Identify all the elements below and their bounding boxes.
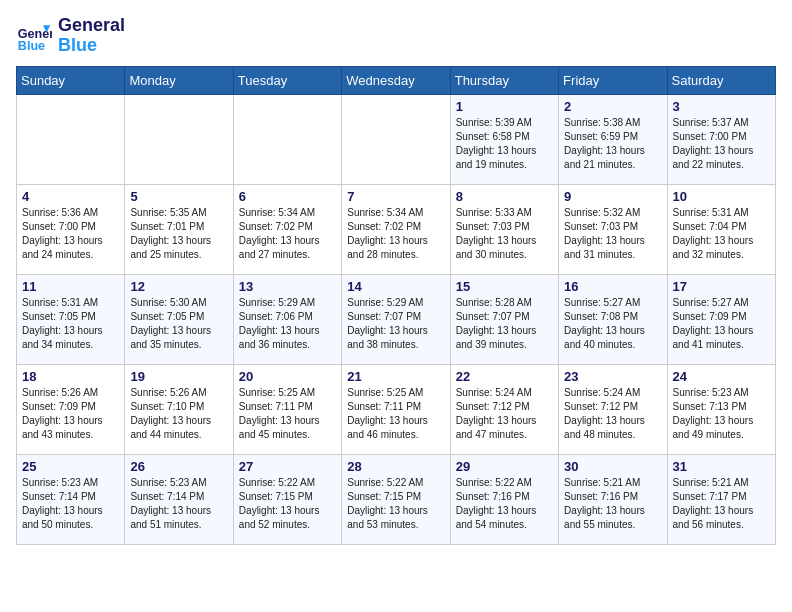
calendar-cell: 31Sunrise: 5:21 AM Sunset: 7:17 PM Dayli… <box>667 454 775 544</box>
day-number: 10 <box>673 189 770 204</box>
day-info: Sunrise: 5:23 AM Sunset: 7:13 PM Dayligh… <box>673 386 770 442</box>
day-info: Sunrise: 5:22 AM Sunset: 7:15 PM Dayligh… <box>347 476 444 532</box>
day-number: 17 <box>673 279 770 294</box>
calendar-cell: 9Sunrise: 5:32 AM Sunset: 7:03 PM Daylig… <box>559 184 667 274</box>
day-info: Sunrise: 5:23 AM Sunset: 7:14 PM Dayligh… <box>130 476 227 532</box>
weekday-header-row: SundayMondayTuesdayWednesdayThursdayFrid… <box>17 66 776 94</box>
day-info: Sunrise: 5:27 AM Sunset: 7:09 PM Dayligh… <box>673 296 770 352</box>
calendar-cell: 7Sunrise: 5:34 AM Sunset: 7:02 PM Daylig… <box>342 184 450 274</box>
calendar-cell: 13Sunrise: 5:29 AM Sunset: 7:06 PM Dayli… <box>233 274 341 364</box>
day-info: Sunrise: 5:33 AM Sunset: 7:03 PM Dayligh… <box>456 206 553 262</box>
page-header: General Blue General Blue <box>16 16 776 56</box>
weekday-header: Thursday <box>450 66 558 94</box>
day-info: Sunrise: 5:25 AM Sunset: 7:11 PM Dayligh… <box>347 386 444 442</box>
day-info: Sunrise: 5:30 AM Sunset: 7:05 PM Dayligh… <box>130 296 227 352</box>
calendar-cell: 1Sunrise: 5:39 AM Sunset: 6:58 PM Daylig… <box>450 94 558 184</box>
calendar-cell <box>233 94 341 184</box>
day-number: 9 <box>564 189 661 204</box>
day-info: Sunrise: 5:38 AM Sunset: 6:59 PM Dayligh… <box>564 116 661 172</box>
day-number: 22 <box>456 369 553 384</box>
calendar-cell: 22Sunrise: 5:24 AM Sunset: 7:12 PM Dayli… <box>450 364 558 454</box>
day-number: 29 <box>456 459 553 474</box>
svg-text:Blue: Blue <box>18 39 45 53</box>
calendar-cell: 14Sunrise: 5:29 AM Sunset: 7:07 PM Dayli… <box>342 274 450 364</box>
day-info: Sunrise: 5:29 AM Sunset: 7:06 PM Dayligh… <box>239 296 336 352</box>
day-info: Sunrise: 5:37 AM Sunset: 7:00 PM Dayligh… <box>673 116 770 172</box>
day-number: 15 <box>456 279 553 294</box>
day-number: 5 <box>130 189 227 204</box>
day-info: Sunrise: 5:31 AM Sunset: 7:04 PM Dayligh… <box>673 206 770 262</box>
calendar-cell: 29Sunrise: 5:22 AM Sunset: 7:16 PM Dayli… <box>450 454 558 544</box>
day-number: 30 <box>564 459 661 474</box>
day-number: 24 <box>673 369 770 384</box>
calendar-cell: 15Sunrise: 5:28 AM Sunset: 7:07 PM Dayli… <box>450 274 558 364</box>
calendar-cell: 24Sunrise: 5:23 AM Sunset: 7:13 PM Dayli… <box>667 364 775 454</box>
day-number: 7 <box>347 189 444 204</box>
day-number: 12 <box>130 279 227 294</box>
calendar-cell: 18Sunrise: 5:26 AM Sunset: 7:09 PM Dayli… <box>17 364 125 454</box>
logo-text: General Blue <box>58 16 125 56</box>
day-number: 18 <box>22 369 119 384</box>
day-number: 4 <box>22 189 119 204</box>
calendar-week-row: 11Sunrise: 5:31 AM Sunset: 7:05 PM Dayli… <box>17 274 776 364</box>
day-info: Sunrise: 5:36 AM Sunset: 7:00 PM Dayligh… <box>22 206 119 262</box>
calendar-cell: 20Sunrise: 5:25 AM Sunset: 7:11 PM Dayli… <box>233 364 341 454</box>
day-number: 3 <box>673 99 770 114</box>
day-info: Sunrise: 5:26 AM Sunset: 7:10 PM Dayligh… <box>130 386 227 442</box>
day-info: Sunrise: 5:31 AM Sunset: 7:05 PM Dayligh… <box>22 296 119 352</box>
calendar-cell: 5Sunrise: 5:35 AM Sunset: 7:01 PM Daylig… <box>125 184 233 274</box>
day-number: 14 <box>347 279 444 294</box>
day-info: Sunrise: 5:26 AM Sunset: 7:09 PM Dayligh… <box>22 386 119 442</box>
calendar-cell: 23Sunrise: 5:24 AM Sunset: 7:12 PM Dayli… <box>559 364 667 454</box>
calendar-cell: 21Sunrise: 5:25 AM Sunset: 7:11 PM Dayli… <box>342 364 450 454</box>
calendar-cell: 30Sunrise: 5:21 AM Sunset: 7:16 PM Dayli… <box>559 454 667 544</box>
logo: General Blue General Blue <box>16 16 125 56</box>
day-number: 16 <box>564 279 661 294</box>
day-info: Sunrise: 5:27 AM Sunset: 7:08 PM Dayligh… <box>564 296 661 352</box>
calendar-week-row: 18Sunrise: 5:26 AM Sunset: 7:09 PM Dayli… <box>17 364 776 454</box>
calendar-cell: 10Sunrise: 5:31 AM Sunset: 7:04 PM Dayli… <box>667 184 775 274</box>
calendar-week-row: 4Sunrise: 5:36 AM Sunset: 7:00 PM Daylig… <box>17 184 776 274</box>
day-info: Sunrise: 5:29 AM Sunset: 7:07 PM Dayligh… <box>347 296 444 352</box>
day-info: Sunrise: 5:28 AM Sunset: 7:07 PM Dayligh… <box>456 296 553 352</box>
day-number: 20 <box>239 369 336 384</box>
logo-icon: General Blue <box>16 18 52 54</box>
day-number: 19 <box>130 369 227 384</box>
day-info: Sunrise: 5:21 AM Sunset: 7:16 PM Dayligh… <box>564 476 661 532</box>
day-number: 8 <box>456 189 553 204</box>
calendar-cell: 27Sunrise: 5:22 AM Sunset: 7:15 PM Dayli… <box>233 454 341 544</box>
day-info: Sunrise: 5:25 AM Sunset: 7:11 PM Dayligh… <box>239 386 336 442</box>
weekday-header: Wednesday <box>342 66 450 94</box>
day-number: 21 <box>347 369 444 384</box>
day-number: 28 <box>347 459 444 474</box>
calendar-cell: 11Sunrise: 5:31 AM Sunset: 7:05 PM Dayli… <box>17 274 125 364</box>
day-info: Sunrise: 5:39 AM Sunset: 6:58 PM Dayligh… <box>456 116 553 172</box>
calendar-week-row: 1Sunrise: 5:39 AM Sunset: 6:58 PM Daylig… <box>17 94 776 184</box>
day-info: Sunrise: 5:22 AM Sunset: 7:15 PM Dayligh… <box>239 476 336 532</box>
day-info: Sunrise: 5:34 AM Sunset: 7:02 PM Dayligh… <box>239 206 336 262</box>
day-number: 26 <box>130 459 227 474</box>
day-number: 1 <box>456 99 553 114</box>
calendar-cell: 2Sunrise: 5:38 AM Sunset: 6:59 PM Daylig… <box>559 94 667 184</box>
calendar-cell: 16Sunrise: 5:27 AM Sunset: 7:08 PM Dayli… <box>559 274 667 364</box>
calendar-cell: 3Sunrise: 5:37 AM Sunset: 7:00 PM Daylig… <box>667 94 775 184</box>
calendar-cell: 8Sunrise: 5:33 AM Sunset: 7:03 PM Daylig… <box>450 184 558 274</box>
weekday-header: Monday <box>125 66 233 94</box>
calendar-cell: 26Sunrise: 5:23 AM Sunset: 7:14 PM Dayli… <box>125 454 233 544</box>
day-number: 11 <box>22 279 119 294</box>
weekday-header: Sunday <box>17 66 125 94</box>
calendar-cell <box>342 94 450 184</box>
weekday-header: Saturday <box>667 66 775 94</box>
calendar-cell: 12Sunrise: 5:30 AM Sunset: 7:05 PM Dayli… <box>125 274 233 364</box>
day-number: 25 <box>22 459 119 474</box>
calendar-week-row: 25Sunrise: 5:23 AM Sunset: 7:14 PM Dayli… <box>17 454 776 544</box>
day-number: 6 <box>239 189 336 204</box>
calendar-cell: 6Sunrise: 5:34 AM Sunset: 7:02 PM Daylig… <box>233 184 341 274</box>
day-info: Sunrise: 5:35 AM Sunset: 7:01 PM Dayligh… <box>130 206 227 262</box>
calendar-cell: 19Sunrise: 5:26 AM Sunset: 7:10 PM Dayli… <box>125 364 233 454</box>
calendar-cell: 4Sunrise: 5:36 AM Sunset: 7:00 PM Daylig… <box>17 184 125 274</box>
day-info: Sunrise: 5:34 AM Sunset: 7:02 PM Dayligh… <box>347 206 444 262</box>
calendar-cell: 25Sunrise: 5:23 AM Sunset: 7:14 PM Dayli… <box>17 454 125 544</box>
calendar-cell: 28Sunrise: 5:22 AM Sunset: 7:15 PM Dayli… <box>342 454 450 544</box>
calendar-cell: 17Sunrise: 5:27 AM Sunset: 7:09 PM Dayli… <box>667 274 775 364</box>
